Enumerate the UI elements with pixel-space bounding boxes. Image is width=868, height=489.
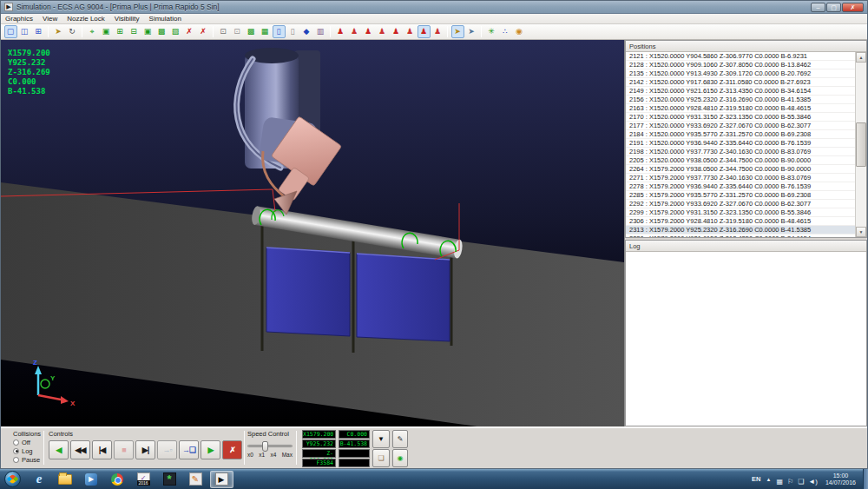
- step-block-button[interactable]: →❏: [179, 440, 199, 459]
- scroll-up-arrow[interactable]: ▲: [856, 52, 866, 63]
- position-row[interactable]: 2313 : X1579.2000 Y925.2320 Z-316.2690 C…: [626, 226, 855, 235]
- menu-item[interactable]: Graphics: [5, 15, 33, 23]
- menu-item[interactable]: Simulation: [149, 15, 181, 23]
- zoom-in-icon[interactable]: ⊞: [114, 25, 127, 38]
- taskbar-file-explorer[interactable]: [54, 471, 77, 488]
- maximize-button[interactable]: ▢: [826, 3, 841, 12]
- position-row[interactable]: 2306 : X1579.2000 Y928.4810 Z-319.5180 C…: [626, 217, 855, 226]
- position-row[interactable]: 2320 : X1579.2000 Y921.6150 Z-313.4350 C…: [626, 235, 855, 237]
- position-row[interactable]: 2292 : X1579.2000 Y933.6920 Z-327.0670 C…: [626, 200, 855, 208]
- position-row[interactable]: 2278 : X1579.2000 Y936.9440 Z-335.6440 C…: [626, 182, 855, 191]
- position-row[interactable]: 2170 : X1520.0000 Y931.3150 Z-323.1350 C…: [626, 113, 855, 122]
- step-forward-button[interactable]: →▫: [157, 440, 177, 459]
- hidden-icons-chevron[interactable]: ▲: [766, 477, 772, 482]
- path-nodes-icon[interactable]: ∴: [499, 25, 512, 38]
- zoom-window-icon[interactable]: ▣: [100, 25, 113, 38]
- scroll-thumb[interactable]: [856, 122, 866, 167]
- select-cursor-icon[interactable]: ➤: [52, 25, 65, 38]
- collision-radio[interactable]: Pause: [13, 455, 41, 464]
- fit-view-icon[interactable]: ⌖: [86, 25, 99, 38]
- position-row[interactable]: 2198 : X1520.0000 Y937.7730 Z-340.1630 C…: [626, 148, 855, 156]
- clock[interactable]: 15:00 14/07/2016: [825, 472, 856, 486]
- robot-pose-2-icon[interactable]: ♟: [348, 25, 361, 38]
- zoom-previous-icon[interactable]: ▣: [141, 25, 155, 38]
- radio-dot[interactable]: [13, 448, 19, 454]
- robot-pose-7-icon[interactable]: ♟: [418, 25, 431, 38]
- position-row[interactable]: 2156 : X1520.0000 Y925.2320 Z-316.2690 C…: [626, 96, 855, 104]
- position-row[interactable]: 2142 : X1520.0000 Y917.6830 Z-311.0580 C…: [626, 78, 855, 87]
- position-row[interactable]: 2121 : X1520.0000 Y904.5860 Z-306.9770 C…: [626, 52, 855, 61]
- layout-single-icon[interactable]: ▢: [4, 25, 17, 38]
- start-button[interactable]: [4, 471, 21, 487]
- robot-pose-6-icon[interactable]: ♟: [404, 25, 417, 38]
- taskbar-media-player[interactable]: ▶: [80, 471, 103, 488]
- position-row[interactable]: 2299 : X1579.2000 Y931.3150 Z-323.1350 C…: [626, 208, 855, 217]
- robot-pose-3-icon[interactable]: ♟: [362, 25, 375, 38]
- position-row[interactable]: 2128 : X1520.0000 Y909.1060 Z-307.8050 C…: [626, 61, 855, 69]
- taskbar-internet-explorer[interactable]: e: [28, 471, 51, 488]
- hidden-line-cube-icon[interactable]: ⊡: [231, 25, 244, 38]
- taskbar-chrome[interactable]: [106, 471, 129, 488]
- shaded-edges-cube-icon[interactable]: ▦: [259, 25, 272, 38]
- network-icon[interactable]: ❏: [798, 478, 804, 486]
- draw-path-button[interactable]: ✎: [392, 430, 408, 448]
- target-point-button[interactable]: ◉: [392, 449, 408, 467]
- position-row[interactable]: 2149 : X1520.0000 Y921.6150 Z-313.4350 C…: [626, 87, 855, 96]
- collision-radio[interactable]: Log: [13, 446, 41, 455]
- minimize-button[interactable]: –: [811, 3, 825, 12]
- speed-slider-thumb[interactable]: [262, 441, 268, 452]
- robot-pose-4-icon[interactable]: ♟: [376, 25, 389, 38]
- position-row[interactable]: 2285 : X1579.2000 Y935.5770 Z-331.2570 C…: [626, 191, 855, 200]
- go-to-start-button[interactable]: |◀: [92, 440, 112, 459]
- material-barrel-icon[interactable]: ▥: [314, 25, 327, 38]
- scroll-down-arrow[interactable]: ▼: [856, 227, 866, 237]
- cancel-pan-icon[interactable]: ✗: [197, 25, 210, 38]
- position-row[interactable]: 2205 : X1520.0000 Y938.0500 Z-344.7500 C…: [626, 156, 855, 165]
- robot-pose-5-icon[interactable]: ♟: [390, 25, 403, 38]
- position-row[interactable]: 2271 : X1579.2000 Y937.7730 Z-340.1630 C…: [626, 174, 855, 182]
- layout-quad-icon[interactable]: ⊞: [32, 25, 45, 38]
- play-backward-button[interactable]: ◀: [49, 440, 69, 459]
- pick-part-button[interactable]: ❏: [372, 449, 390, 467]
- orbit-view-icon[interactable]: ↻: [66, 25, 79, 38]
- nozzle-view-button[interactable]: ▼: [372, 430, 390, 448]
- radio-dot[interactable]: [13, 457, 19, 463]
- 3d-scene[interactable]: Z X Y: [1, 40, 624, 426]
- positions-scrollbar[interactable]: ▲ ▼: [855, 52, 866, 237]
- speed-slider[interactable]: [247, 445, 293, 447]
- pick-point-icon[interactable]: ➤: [451, 25, 464, 38]
- taskbar-simulation-app[interactable]: ▶: [210, 471, 233, 488]
- collision-check-icon[interactable]: ✳: [485, 25, 498, 38]
- keyboard-tray-icon[interactable]: ▦: [776, 478, 783, 486]
- pick-entity-icon[interactable]: ➤: [465, 25, 478, 38]
- taskbar-app-green[interactable]: *: [158, 471, 181, 488]
- menu-item[interactable]: Nozzle Lock: [67, 15, 105, 23]
- taskbar-app-cad[interactable]: ✎: [184, 471, 207, 488]
- zoom-selected-icon[interactable]: ▩: [155, 25, 168, 38]
- position-row[interactable]: 2177 : X1520.0000 Y933.6920 Z-327.0670 C…: [626, 122, 855, 130]
- show-desktop-button[interactable]: [863, 469, 868, 489]
- menu-item[interactable]: View: [43, 15, 57, 23]
- language-indicator[interactable]: EN: [752, 475, 760, 483]
- layout-split-icon[interactable]: ◫: [18, 25, 31, 38]
- position-row[interactable]: 2184 : X1520.0000 Y935.5770 Z-331.2570 C…: [626, 130, 855, 139]
- wireframe-cube-icon[interactable]: ⊡: [217, 25, 230, 38]
- 3d-viewport[interactable]: Z X Y X1579.200Y925.232Z-316.269C0.000B-…: [1, 40, 624, 426]
- zoom-extents-icon[interactable]: ▨: [169, 25, 182, 38]
- abort-button[interactable]: ✗: [222, 440, 242, 459]
- radio-dot[interactable]: [13, 439, 19, 446]
- shield-icon[interactable]: ◆: [300, 25, 313, 38]
- robot-pose-1-icon[interactable]: ♟: [334, 25, 347, 38]
- stop-button[interactable]: ■: [114, 440, 134, 459]
- position-row[interactable]: 2135 : X1520.0000 Y913.4930 Z-309.1720 C…: [626, 69, 855, 78]
- play-button[interactable]: ▶: [201, 440, 220, 459]
- fast-rewind-button[interactable]: ◀◀: [70, 440, 90, 459]
- menu-item[interactable]: Visibility: [115, 15, 140, 23]
- action-center-flag-icon[interactable]: ⚐: [787, 478, 793, 486]
- position-row[interactable]: 2163 : X1520.0000 Y928.4810 Z-319.5180 C…: [626, 104, 855, 113]
- close-button[interactable]: ✗: [842, 3, 864, 12]
- collision-radio[interactable]: Off: [13, 438, 41, 446]
- cylinder-view-icon[interactable]: ▯: [286, 25, 299, 38]
- cancel-zoom-icon[interactable]: ✗: [183, 25, 196, 38]
- robot-pose-8-icon[interactable]: ♟: [431, 25, 444, 38]
